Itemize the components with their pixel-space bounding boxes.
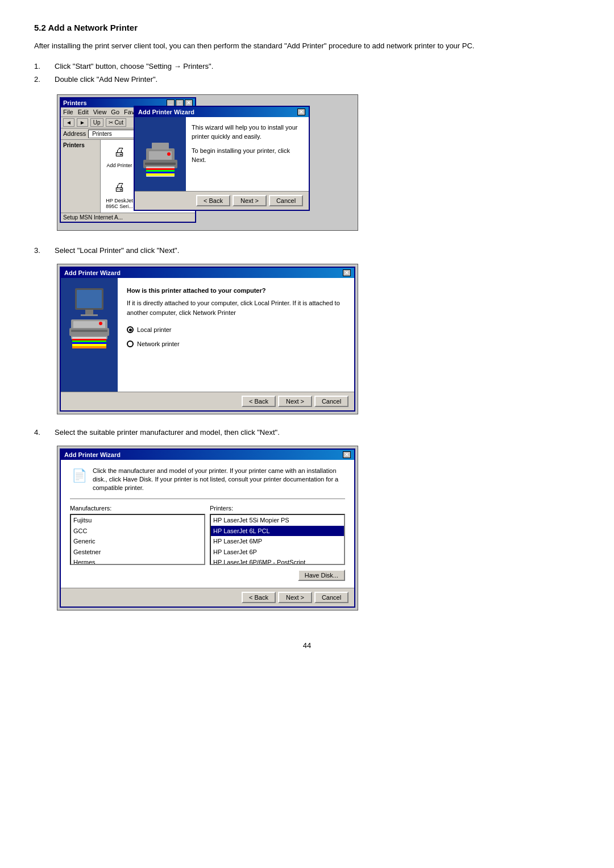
wizard-titlebar-2: Add Printer Wizard ✕	[61, 268, 354, 278]
menu-edit[interactable]: Edit	[78, 109, 89, 115]
next-button-3[interactable]: Next >	[278, 592, 312, 603]
svg-rect-9	[146, 172, 175, 173]
cancel-button-3[interactable]: Cancel	[314, 592, 349, 603]
cancel-button-1[interactable]: Cancel	[269, 195, 303, 206]
local-printer-option[interactable]: Local printer	[127, 325, 345, 335]
wizard3-close-btn[interactable]: ✕	[343, 451, 351, 458]
back-toolbar-btn[interactable]: ◄	[63, 118, 74, 127]
svg-rect-4	[145, 163, 176, 165]
wizard-titlebar-1: Add Printer Wizard ✕	[135, 107, 309, 117]
section-title: 5.2 Add a Network Printer	[34, 23, 580, 32]
step-2-text: Double click "Add New Printer".	[55, 74, 580, 85]
printer-hp-6mp[interactable]: HP LaserJet 6MP	[211, 536, 344, 547]
svg-rect-24	[72, 344, 106, 346]
wizard-desc2: To begin installing your printer, click …	[192, 146, 303, 165]
wizard-title-1: Add Printer Wizard	[138, 109, 194, 115]
screenshot-3: Add Printer Wizard ✕ 📄 Click the manufac…	[60, 448, 355, 608]
have-disk-area: Have Disk...	[70, 570, 345, 581]
manufacturers-column: Manufacturers: Fujitsu GCC Generic Geste…	[70, 504, 205, 566]
wizard-dialog-2: Add Printer Wizard ✕	[60, 267, 355, 412]
svg-rect-23	[72, 342, 106, 344]
steps-list: 1. Click "Start" button, choose "Setting…	[34, 61, 580, 85]
add-printer-icon[interactable]: 🖨 Add Printer	[104, 143, 135, 174]
svg-point-5	[167, 152, 171, 156]
separator	[70, 499, 345, 499]
list-columns: Manufacturers: Fujitsu GCC Generic Geste…	[70, 504, 345, 566]
step-1-num: 1.	[34, 61, 55, 72]
back-button-3[interactable]: < Back	[242, 592, 276, 603]
svg-rect-22	[72, 340, 106, 342]
network-printer-option[interactable]: Network printer	[127, 339, 345, 349]
svg-rect-25	[72, 346, 106, 348]
page-number: 44	[34, 641, 580, 650]
step-1-text: Click "Start" button, choose "Setting → …	[55, 61, 580, 72]
svg-rect-14	[81, 314, 98, 316]
mfr-gcc[interactable]: GCC	[71, 526, 204, 537]
mfr-hermes[interactable]: Hermes	[71, 557, 204, 565]
step-4-num: 4.	[34, 428, 55, 437]
svg-rect-13	[85, 310, 93, 314]
how-attached-desc: If it is directly attached to your compu…	[127, 298, 345, 317]
svg-rect-7	[146, 168, 175, 170]
step-1: 1. Click "Start" button, choose "Setting…	[34, 61, 580, 72]
svg-rect-10	[146, 173, 175, 176]
up-toolbar-btn[interactable]: Up	[90, 118, 103, 127]
mfr-fujitsu[interactable]: Fujitsu	[71, 515, 204, 526]
step-3-text: Select "Local Printer" and click "Next".	[55, 246, 179, 255]
wizard-close-btn[interactable]: ✕	[297, 109, 305, 115]
step-2-num: 2.	[34, 74, 55, 85]
printer-hp-6p6mp-ps[interactable]: HP LaserJet 6P/6MP - PostScript	[211, 557, 344, 565]
step-4-container: 4. Select the suitable printer manufactu…	[34, 428, 580, 437]
wizard-title-3: Add Printer Wizard	[64, 451, 121, 458]
cancel-button-2[interactable]: Cancel	[314, 396, 349, 407]
printer-hp-6l-pcl[interactable]: HP LaserJet 6L PCL	[211, 526, 344, 537]
wizard-titlebar-3: Add Printer Wizard ✕	[61, 450, 354, 460]
network-printer-label: Network printer	[137, 339, 180, 349]
wizard-printer-image	[140, 131, 180, 177]
setup-msn-text: Setup MSN Internet A...	[63, 214, 123, 221]
printer-hp-6p[interactable]: HP LaserJet 6P	[211, 547, 344, 558]
wizard2-close-btn[interactable]: ✕	[343, 269, 351, 276]
address-label: Address	[63, 130, 86, 137]
back-button-2[interactable]: < Back	[242, 396, 276, 407]
local-printer-label: Local printer	[137, 325, 172, 335]
how-attached-question: How is this printer attached to your com…	[127, 286, 345, 296]
local-printer-radio[interactable]	[127, 326, 134, 333]
printers-list[interactable]: HP LaserJet 5Si Mopier PS HP LaserJet 6L…	[210, 514, 345, 565]
wizard-footer-2: < Back Next > Cancel	[61, 392, 354, 410]
setup-msn-bar: Setup MSN Internet A...	[61, 213, 195, 222]
menu-go[interactable]: Go	[111, 109, 119, 115]
svg-point-19	[99, 322, 102, 325]
step-4-text: Select the suitable printer manufacturer…	[55, 428, 280, 437]
mfr-generic[interactable]: Generic	[71, 536, 204, 547]
cut-toolbar-btn[interactable]: ✂ Cut	[106, 118, 126, 127]
step-3-container: 3. Select "Local Printer" and click "Nex…	[34, 246, 580, 255]
screenshot-2: Add Printer Wizard ✕	[60, 267, 355, 412]
install-icon: 📄	[70, 467, 88, 485]
forward-toolbar-btn[interactable]: ►	[77, 118, 88, 127]
printer-hp-5si[interactable]: HP LaserJet 5Si Mopier PS	[211, 515, 344, 526]
have-disk-button[interactable]: Have Disk...	[298, 570, 345, 581]
svg-rect-21	[72, 339, 106, 340]
manufacturers-list[interactable]: Fujitsu GCC Generic Gestetner Hermes HP …	[70, 514, 205, 565]
back-button-1[interactable]: < Back	[196, 195, 230, 206]
wizard2-printer-image	[67, 283, 112, 385]
mfr-gestetner[interactable]: Gestetner	[71, 547, 204, 558]
step-2: 2. Double click "Add New Printer".	[34, 74, 580, 85]
svg-rect-2	[152, 143, 169, 149]
printers-left-label: Printers	[63, 142, 98, 148]
manufacturer-desc: Click the manufacturer and model of your…	[93, 467, 345, 493]
hp-deskjet-icon[interactable]: 🖨 HP DeskJet 895C Seri...	[104, 178, 135, 209]
wizard-footer-1: < Back Next > Cancel	[135, 191, 309, 210]
menu-view[interactable]: View	[93, 109, 107, 115]
menu-file[interactable]: File	[63, 109, 73, 115]
wizard-dialog-3: Add Printer Wizard ✕ 📄 Click the manufac…	[60, 448, 355, 608]
next-button-1[interactable]: Next >	[233, 195, 267, 206]
manufacturers-label: Manufacturers:	[70, 504, 205, 513]
network-printer-radio[interactable]	[127, 340, 134, 347]
wizard-dialog-1: Add Printer Wizard ✕	[134, 106, 310, 211]
printers-title: Printers	[63, 99, 87, 106]
wizard-desc1: This wizard will help you to install you…	[192, 123, 303, 142]
step-3-num: 3.	[34, 246, 55, 255]
next-button-2[interactable]: Next >	[278, 396, 312, 407]
